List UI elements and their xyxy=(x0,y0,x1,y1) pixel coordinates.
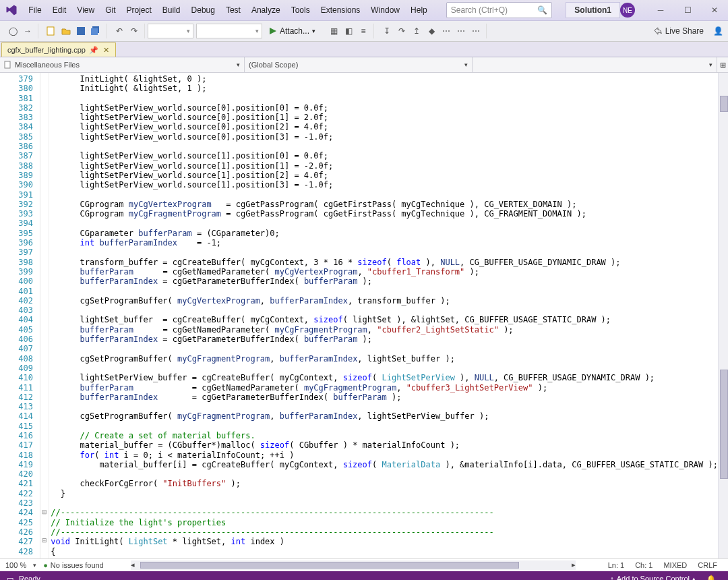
menu-edit[interactable]: Edit xyxy=(47,2,72,18)
nav-fwd-button[interactable]: → xyxy=(20,24,35,38)
tb-icon-3[interactable]: ≡ xyxy=(356,24,371,38)
liveshare-button[interactable]: Live Share xyxy=(646,26,710,36)
avatar[interactable]: NE xyxy=(620,3,635,18)
indent-indicator[interactable]: MIXED xyxy=(663,561,687,569)
search-icon: 🔍 xyxy=(537,5,547,15)
issues-ok-icon: ● xyxy=(43,561,48,569)
output-icon[interactable]: ▭ xyxy=(7,575,13,581)
step-out-icon[interactable]: ↥ xyxy=(409,24,424,38)
platform-dropdown[interactable]: ▾ xyxy=(196,24,262,38)
tb-icon-7[interactable]: ⋯ xyxy=(439,24,454,38)
svg-rect-4 xyxy=(5,61,10,68)
attach-button[interactable]: Attach... ▾ xyxy=(265,26,320,36)
nav-scope-label: (Global Scope) xyxy=(249,61,298,69)
file-icon xyxy=(4,61,12,69)
nav-scope-dropdown[interactable]: (Global Scope)▾ xyxy=(245,57,473,72)
solution-name[interactable]: Solution1 xyxy=(566,2,620,18)
svg-rect-3 xyxy=(91,28,98,35)
nav-project-dropdown[interactable]: Miscellaneous Files ▾ xyxy=(0,57,245,72)
menu-build[interactable]: Build xyxy=(157,2,186,18)
saveall-button[interactable] xyxy=(88,24,103,38)
tb-icon-9[interactable]: ⋯ xyxy=(468,24,483,38)
status-ready: Ready xyxy=(13,575,46,580)
source-control-button[interactable]: ↑ Add to Source Control ▴ xyxy=(605,575,701,580)
notifications-icon[interactable]: 🔔 xyxy=(701,575,721,581)
liveshare-icon xyxy=(653,26,663,36)
nav-member-dropdown[interactable]: ▾ xyxy=(473,57,717,72)
svg-rect-0 xyxy=(47,27,54,35)
zoom-level[interactable]: 100 % xyxy=(5,561,26,569)
menu-view[interactable]: View xyxy=(71,2,100,18)
menu-extensions[interactable]: Extensions xyxy=(315,2,366,18)
attach-label: Attach... xyxy=(280,26,309,36)
menu-window[interactable]: Window xyxy=(365,2,405,18)
menu-git[interactable]: Git xyxy=(100,2,121,18)
tab-close-icon[interactable]: ✕ xyxy=(102,46,110,54)
line-number-gutter: 379 380 381 382 383 384 385 386 387 388 … xyxy=(0,73,40,558)
editor-status-line: 100 % ▾ ● No issues found ◂ ▸ Ln: 1 Ch: … xyxy=(0,558,728,571)
liveshare-label: Live Share xyxy=(665,26,704,36)
save-button[interactable] xyxy=(73,24,88,38)
redo-button[interactable]: ↷ xyxy=(127,24,142,38)
col-indicator[interactable]: Ch: 1 xyxy=(635,561,653,569)
outline-margin: ⊟⊟ xyxy=(40,73,49,558)
line-indicator[interactable]: Ln: 1 xyxy=(608,561,624,569)
account-icon[interactable]: 👤 xyxy=(710,24,725,38)
pin-icon[interactable]: 📌 xyxy=(90,46,98,54)
scroll-marker xyxy=(720,96,728,112)
close-button[interactable]: ✕ xyxy=(701,0,728,20)
menu-debug[interactable]: Debug xyxy=(186,2,220,18)
search-input[interactable]: Search (Ctrl+Q) 🔍 xyxy=(446,2,553,18)
title-bar: FileEditViewGitProjectBuildDebugTestAnal… xyxy=(0,0,728,21)
source-control-label: Add to Source Control xyxy=(617,575,690,580)
split-icon[interactable]: ⊞ xyxy=(717,61,728,69)
toolbar: ◯ → ↶ ↷ ▾ ▾ Attach... ▾ ▦ ◧ ≡ ↧ ↷ ↥ ◆ ⋯ … xyxy=(0,21,728,42)
undo-button[interactable]: ↶ xyxy=(112,24,127,38)
code-area[interactable]: InitLight( &lightSet, 0 ); InitLight( &l… xyxy=(49,73,718,558)
fold-handle[interactable]: ⊟ xyxy=(42,509,47,515)
document-tab-label: cgfx_buffer_lighting.cpp xyxy=(7,46,86,54)
hscroll-thumb[interactable] xyxy=(140,562,519,569)
fold-handle[interactable]: ⊟ xyxy=(42,537,47,544)
tb-icon-2[interactable]: ◧ xyxy=(341,24,356,38)
lineend-indicator[interactable]: CRLF xyxy=(698,561,717,569)
menu-tools[interactable]: Tools xyxy=(286,2,315,18)
plus-icon: ↑ xyxy=(610,575,614,580)
bookmark-icon[interactable]: ◆ xyxy=(424,24,439,38)
scroll-thumb[interactable] xyxy=(720,370,728,479)
menu-analyze[interactable]: Analyze xyxy=(246,2,286,18)
document-tab[interactable]: cgfx_buffer_lighting.cpp 📌 ✕ xyxy=(1,42,116,57)
tb-icon-8[interactable]: ⋯ xyxy=(454,24,468,38)
document-tab-strip: cgfx_buffer_lighting.cpp 📌 ✕ xyxy=(0,42,728,57)
horizontal-scrollbar[interactable]: ◂ ▸ xyxy=(131,560,576,570)
play-icon xyxy=(269,27,277,35)
tb-icon-1[interactable]: ▦ xyxy=(326,24,341,38)
minimize-button[interactable]: ─ xyxy=(647,0,674,20)
config-dropdown[interactable]: ▾ xyxy=(148,24,193,38)
menu-help[interactable]: Help xyxy=(405,2,433,18)
nav-project-label: Miscellaneous Files xyxy=(15,61,80,69)
nav-back-button[interactable]: ◯ xyxy=(5,24,20,38)
maximize-button[interactable]: ☐ xyxy=(674,0,701,20)
menu-project[interactable]: Project xyxy=(121,2,157,18)
svg-rect-1 xyxy=(77,27,85,35)
step-over-icon[interactable]: ↷ xyxy=(394,24,409,38)
new-item-button[interactable] xyxy=(44,24,59,38)
search-placeholder: Search (Ctrl+Q) xyxy=(451,5,508,15)
vertical-scrollbar[interactable] xyxy=(718,73,728,558)
issues-label[interactable]: No issues found xyxy=(51,561,104,569)
main-menu: FileEditViewGitProjectBuildDebugTestAnal… xyxy=(23,2,432,18)
menu-test[interactable]: Test xyxy=(220,2,246,18)
nav-bar: Miscellaneous Files ▾ (Global Scope)▾ ▾ … xyxy=(0,57,728,73)
status-bar: ▭ Ready ↑ Add to Source Control ▴ 🔔 xyxy=(0,571,728,580)
open-button[interactable] xyxy=(59,24,73,38)
step-into-icon[interactable]: ↧ xyxy=(380,24,394,38)
vs-logo-icon xyxy=(4,1,19,20)
code-editor[interactable]: 379 380 381 382 383 384 385 386 387 388 … xyxy=(0,73,728,558)
menu-file[interactable]: File xyxy=(23,2,47,18)
